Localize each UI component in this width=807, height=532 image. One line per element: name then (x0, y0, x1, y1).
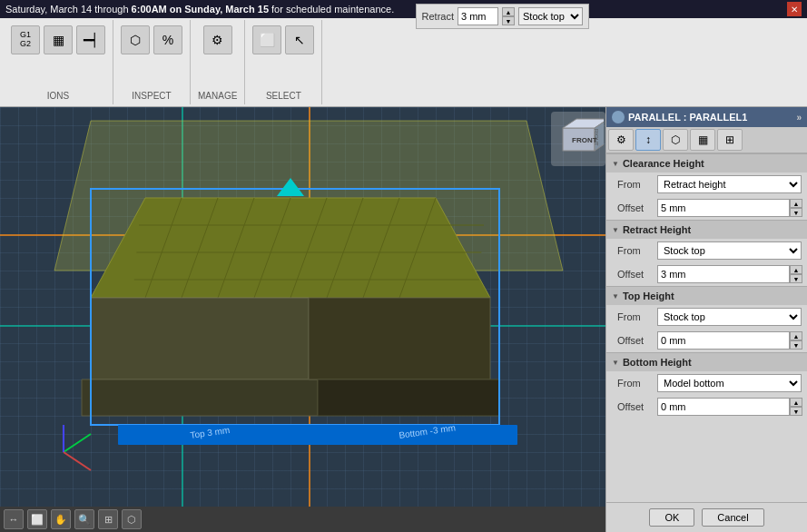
svg-marker-16 (318, 379, 499, 416)
top-offset-row: Offset ▲ ▼ (606, 329, 807, 352)
clearance-from-row: From Retract height Model top Stock top (606, 172, 807, 196)
top-triangle-icon: ▼ (612, 292, 619, 300)
bottom-offset-spinners: ▲ ▼ (790, 398, 802, 416)
main-area: Top 3 mm Bottom -3 mm FRONT RIGHT ↔ ⬜ ✋ … (0, 107, 807, 532)
top-offset-spin-down[interactable]: ▼ (790, 340, 802, 350)
toolbar-label-inspect: INSPECT (132, 91, 171, 103)
svg-line-24 (64, 452, 91, 470)
retract-offset-spin-up[interactable]: ▲ (790, 265, 802, 274)
g1g2-icon[interactable]: G1G2 (11, 25, 40, 54)
toolbar-section-manage: ⚙ MANAGE (191, 20, 245, 104)
retract-offset-spinners: ▲ ▼ (790, 265, 802, 283)
clearance-offset-spin-up[interactable]: ▲ (790, 199, 802, 208)
clearance-offset-row: Offset ▲ ▼ (606, 196, 807, 220)
bottom-from-label: From (617, 378, 654, 389)
grid-icon[interactable]: ▦ (44, 25, 73, 54)
cube-navigator[interactable]: FRONT RIGHT (551, 112, 605, 166)
model-3d: Top 3 mm Bottom -3 mm (54, 153, 581, 498)
cursor-icon[interactable]: ↖ (285, 25, 314, 54)
toolbar: G1G2 ▦ ━┥ IONS ⬡ % INSPECT ⚙ MANAGE ⬜ ↖ … (0, 18, 807, 107)
ok-button[interactable]: OK (649, 508, 694, 527)
svg-text:FRONT: FRONT (572, 136, 597, 144)
retract-offset-row: Offset ▲ ▼ (606, 262, 807, 286)
clearance-from-label: From (617, 179, 654, 190)
viewport[interactable]: Top 3 mm Bottom -3 mm FRONT RIGHT ↔ ⬜ ✋ … (0, 107, 605, 532)
bottom-triangle-icon: ▼ (612, 359, 619, 367)
clearance-offset-spin-down[interactable]: ▼ (790, 208, 802, 217)
maintenance-text: Saturday, March 14 through 6:00AM on Sun… (5, 4, 394, 15)
top-offset-spin-up[interactable]: ▲ (790, 331, 802, 340)
panel-footer: OK Cancel (606, 502, 807, 532)
top-offset-spinners: ▲ ▼ (790, 331, 802, 350)
section-clearance-height[interactable]: ▼ Clearance Height (606, 153, 807, 172)
vp-rect-btn[interactable]: ⬜ (27, 509, 47, 529)
retract-spinners: ▲ ▼ (502, 7, 515, 25)
vp-arrows-btn[interactable]: ↔ (4, 509, 24, 529)
close-maintenance-button[interactable]: ✕ (787, 2, 802, 16)
retract-spin-down[interactable]: ▼ (502, 16, 515, 25)
retract-from-select[interactable]: Stock top Model top Retract height (657, 241, 802, 260)
tab-heights[interactable]: ↕ (635, 129, 661, 151)
bottom-height-label: Bottom Height (623, 357, 692, 368)
tab-grid[interactable]: ▦ (690, 129, 715, 151)
svg-marker-15 (309, 298, 490, 379)
bottom-offset-spin-up[interactable]: ▲ (790, 398, 802, 407)
top-from-label: From (617, 311, 654, 322)
retract-offset-input[interactable] (657, 265, 790, 283)
retract-from-row: From Stock top Model top Retract height (606, 239, 807, 262)
retract-spin-up[interactable]: ▲ (502, 7, 515, 16)
select-icon[interactable]: ⬜ (252, 25, 281, 54)
retract-from-label: From (617, 245, 654, 256)
bottom-from-select[interactable]: Model bottom Stock bottom (657, 374, 802, 392)
vp-zoom-btn[interactable]: 🔍 (74, 509, 94, 529)
panel-title: PARALLEL : PARALLEL1 (628, 112, 747, 123)
top-from-select[interactable]: Stock top Model top (657, 308, 802, 326)
svg-marker-14 (82, 379, 318, 416)
panel-tabs: ⚙ ↕ ⬡ ▦ ⊞ (606, 127, 807, 153)
manage-icon[interactable]: ⚙ (203, 25, 232, 54)
bottom-offset-spin-down[interactable]: ▼ (790, 407, 802, 416)
svg-marker-13 (91, 298, 309, 379)
top-offset-input[interactable] (657, 331, 790, 350)
section-retract-height[interactable]: ▼ Retract Height (606, 220, 807, 239)
retract-offset-label: Offset (617, 269, 654, 280)
toolbar-label-select: SELECT (266, 91, 301, 103)
toolbar-label-manage: MANAGE (198, 91, 237, 103)
viewport-bottom-toolbar: ↔ ⬜ ✋ 🔍 ⊞ ⬡ (0, 507, 605, 532)
clearance-offset-input-row: ▲ ▼ (657, 199, 802, 217)
svg-text:RIGHT: RIGHT (594, 129, 599, 146)
bottom-offset-input-row: ▲ ▼ (657, 398, 802, 416)
retract-offset-spin-down[interactable]: ▼ (790, 274, 802, 283)
retract-input[interactable] (458, 7, 498, 25)
right-panel: PARALLEL : PARALLEL1 » ⚙ ↕ ⬡ ▦ ⊞ ▼ Clear… (605, 107, 807, 532)
clearance-height-label: Clearance Height (623, 158, 704, 169)
clearance-from-select[interactable]: Retract height Model top Stock top (657, 175, 802, 193)
top-height-label: Top Height (623, 291, 674, 301)
clearance-offset-input[interactable] (657, 199, 790, 217)
percent-icon[interactable]: % (153, 25, 182, 54)
vp-hex-btn[interactable]: ⬡ (122, 509, 142, 529)
bottom-offset-input[interactable] (657, 398, 790, 416)
svg-line-22 (64, 434, 91, 452)
top-offset-input-row: ▲ ▼ (657, 331, 802, 350)
section-top-height[interactable]: ▼ Top Height (606, 286, 807, 305)
toolbar-section-inspect: ⬡ % INSPECT (113, 20, 191, 104)
panel-expand-button[interactable]: » (796, 113, 802, 123)
retract-dropdown[interactable]: Stock top Model top Selection (518, 7, 583, 25)
top-from-row: From Stock top Model top (606, 305, 807, 329)
top-offset-label: Offset (617, 335, 654, 346)
panel-header: PARALLEL : PARALLEL1 » (606, 107, 807, 127)
clearance-triangle-icon: ▼ (612, 160, 619, 168)
vp-grid-btn[interactable]: ⊞ (98, 509, 118, 529)
tab-plus[interactable]: ⊞ (717, 129, 743, 151)
cancel-button[interactable]: Cancel (702, 508, 763, 527)
retract-bar: Retract ▲ ▼ Stock top Model top Selectio… (416, 4, 589, 29)
toolbar-section-select: ⬜ ↖ SELECT (245, 20, 322, 104)
svg-rect-19 (118, 425, 517, 445)
tab-hex[interactable]: ⬡ (663, 129, 688, 151)
vp-hand-btn[interactable]: ✋ (51, 509, 71, 529)
section-bottom-height[interactable]: ▼ Bottom Height (606, 352, 807, 371)
measure-icon[interactable]: ━┥ (76, 25, 105, 54)
hex-icon[interactable]: ⬡ (121, 25, 150, 54)
tab-settings[interactable]: ⚙ (608, 129, 634, 151)
